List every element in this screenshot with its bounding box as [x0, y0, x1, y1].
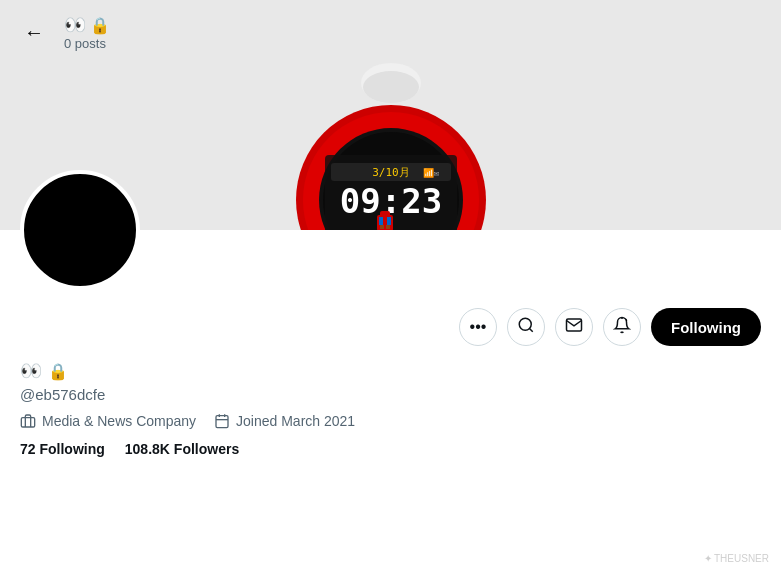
stats-row: 72 Following 108.8K Followers	[20, 441, 761, 457]
posts-count: 0 posts	[64, 36, 110, 51]
watermark-text: THEUSNER	[714, 553, 769, 564]
following-label: Following	[39, 441, 104, 457]
profile-meta: Media & News Company Joined March 2021	[20, 413, 761, 429]
svg-line-23	[530, 328, 533, 331]
svg-rect-27	[21, 418, 34, 427]
more-button[interactable]: •••	[459, 308, 497, 346]
followers-count: 108.8K	[125, 441, 170, 457]
lock-icon-profile: 🔒	[48, 362, 68, 381]
briefcase-icon	[20, 413, 36, 429]
watermark: ✦ THEUSNER	[704, 553, 769, 564]
profile-info: 👀 🔒 @eb576dcfe Media & News Company Join…	[20, 360, 761, 457]
followers-stat[interactable]: 108.8K Followers	[125, 441, 239, 457]
back-button[interactable]: ←	[16, 15, 52, 51]
profile-handle: @eb576dcfe	[20, 386, 761, 403]
search-icon	[517, 316, 535, 338]
back-arrow-icon: ←	[24, 21, 44, 44]
svg-point-22	[519, 318, 531, 330]
meta-company: Media & News Company	[20, 413, 196, 429]
svg-point-1	[363, 71, 419, 103]
banner-image: 3/10月 📶✉ 09:23 ⏰ 07:00	[281, 55, 501, 230]
svg-rect-15	[380, 225, 384, 229]
following-count: 72	[20, 441, 36, 457]
following-stat[interactable]: 72 Following	[20, 441, 105, 457]
eyes-emoji-top: 👀	[64, 14, 86, 36]
svg-rect-28	[216, 416, 228, 428]
svg-rect-16	[386, 225, 390, 229]
following-button[interactable]: Following	[651, 308, 761, 346]
svg-text:3/10月: 3/10月	[372, 166, 410, 179]
joined-text: Joined March 2021	[236, 413, 355, 429]
top-bar: ← 👀 🔒 0 posts	[0, 0, 781, 65]
eyes-emoji-profile: 👀	[20, 360, 42, 382]
svg-text:📶✉: 📶✉	[422, 167, 438, 179]
message-icon	[565, 316, 583, 338]
profile-name-row: 👀 🔒	[20, 360, 761, 382]
svg-point-26	[626, 320, 628, 322]
svg-rect-14	[387, 217, 391, 225]
message-button[interactable]	[555, 308, 593, 346]
avatar	[20, 170, 140, 290]
notify-button[interactable]	[603, 308, 641, 346]
svg-rect-12	[380, 211, 390, 217]
lock-icon-top: 🔒	[90, 16, 110, 35]
more-icon: •••	[470, 318, 487, 336]
company-text: Media & News Company	[42, 413, 196, 429]
top-bar-info: 👀 🔒 0 posts	[64, 14, 110, 51]
calendar-icon	[214, 413, 230, 429]
actions-row: ••• Following	[459, 308, 761, 346]
meta-joined: Joined March 2021	[214, 413, 355, 429]
followers-label: Followers	[174, 441, 239, 457]
top-bar-name-icons: 👀 🔒	[64, 14, 110, 36]
svg-rect-13	[379, 217, 383, 225]
search-button[interactable]	[507, 308, 545, 346]
watermark-icon: ✦	[704, 553, 712, 564]
notify-icon	[613, 316, 631, 338]
